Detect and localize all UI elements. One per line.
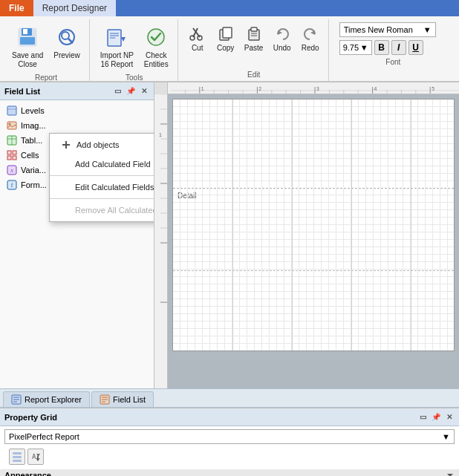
cut-label: Cut <box>192 44 204 52</box>
property-grid-header: Property Grid ▭ 📌 ✕ <box>0 408 459 426</box>
design-surface[interactable]: Detail <box>168 94 459 388</box>
list-item[interactable]: Imag... <box>3 118 151 133</box>
remove-all-icon <box>60 204 71 216</box>
report-explorer-tab-label: Report Explorer <box>25 395 82 404</box>
ribbon-group-report: Save and Close Preview Report <box>3 19 90 81</box>
prop-sort-button[interactable]: AZ <box>27 449 44 465</box>
add-calc-field-menu-item[interactable]: Add Calculated Field <box>50 154 154 174</box>
preview-button[interactable]: Preview <box>49 22 85 63</box>
list-item[interactable]: Levels <box>3 103 151 118</box>
image-label: Imag... <box>21 121 46 130</box>
report-explorer-tab[interactable]: Report Explorer <box>3 391 90 407</box>
cut-button[interactable]: Cut <box>184 22 211 54</box>
save-close-icon <box>16 25 39 49</box>
prop-category-button[interactable] <box>9 449 25 465</box>
field-list-tab[interactable]: Field List <box>91 391 154 407</box>
prop-close-button[interactable]: ✕ <box>444 412 455 423</box>
bold-button[interactable]: B <box>374 40 389 55</box>
report-explorer-icon <box>11 394 22 405</box>
appearance-section[interactable]: Appearance <box>0 469 459 476</box>
header-band <box>173 100 454 189</box>
svg-text:1: 1 <box>159 132 162 137</box>
svg-point-28 <box>9 123 11 125</box>
paste-button[interactable]: Paste <box>241 22 267 54</box>
report-designer-tab[interactable]: Report Designer <box>33 0 116 16</box>
cells-icon <box>6 149 18 161</box>
redo-button[interactable]: Redo <box>297 22 324 54</box>
font-size-row: 9.75 ▼ B I U <box>339 40 447 55</box>
paste-icon <box>245 25 263 42</box>
ribbon-group-font: Times New Roman ▼ 9.75 ▼ B I U Font <box>331 19 456 81</box>
undo-button[interactable]: Undo <box>269 22 296 54</box>
detail-band <box>173 189 454 351</box>
add-objects-menu-item[interactable]: Add objects <box>50 135 154 154</box>
remove-all-menu-item: Remove All Calculated Fields <box>50 200 154 220</box>
add-objects-label: Add objects <box>76 140 119 149</box>
svg-rect-33 <box>13 151 16 154</box>
svg-line-6 <box>68 39 73 43</box>
var-icon: x <box>6 164 18 176</box>
svg-marker-24 <box>310 30 315 35</box>
paste-label: Paste <box>244 44 264 52</box>
preview-icon <box>55 25 79 49</box>
add-calc-field-icon <box>60 158 71 170</box>
add-calc-field-label: Add Calculated Field <box>75 160 151 169</box>
file-tab[interactable]: File <box>0 0 33 16</box>
svg-rect-3 <box>20 37 35 45</box>
image-icon <box>6 120 18 131</box>
font-size-dropdown[interactable]: 9.75 ▼ <box>339 40 372 55</box>
svg-rect-20 <box>251 27 257 31</box>
redo-label: Redo <box>302 44 319 52</box>
svg-rect-89 <box>13 452 22 454</box>
property-grid: Property Grid ▭ 📌 ✕ PixelPerfect Report … <box>0 408 459 476</box>
copy-button[interactable]: Copy <box>212 22 239 54</box>
svg-text:2: 2 <box>258 85 261 91</box>
ctx-separator-1 <box>50 175 154 176</box>
report-page: Detail <box>172 99 455 351</box>
import-np16-button[interactable]: Import NP 16 Report <box>96 22 138 72</box>
prop-pin-button[interactable]: 📌 <box>431 412 441 423</box>
font-name-value: Times New Roman <box>344 25 413 34</box>
svg-text:f: f <box>11 182 13 189</box>
underline-button[interactable]: U <box>408 40 423 55</box>
svg-rect-41 <box>65 141 67 149</box>
save-close-button[interactable]: Save and Close <box>7 22 48 72</box>
font-name-dropdown[interactable]: Times New Roman ▼ <box>339 22 436 37</box>
field-list-tab-icon <box>100 394 110 405</box>
appearance-label: Appearance <box>4 471 51 476</box>
appearance-chevron-icon <box>446 471 455 476</box>
edit-calc-fields-menu-item[interactable]: Edit Calculated Fields... <box>50 177 154 197</box>
bottom-tabs: Report Explorer Field List <box>0 388 459 408</box>
edit-calc-fields-icon <box>60 181 71 193</box>
italic-button[interactable]: I <box>391 40 406 55</box>
svg-text:1: 1 <box>201 85 204 91</box>
svg-point-5 <box>62 32 69 39</box>
property-content: PixelPerfect Report ▼ AZ <box>0 426 459 469</box>
svg-text:AZ: AZ <box>32 453 40 460</box>
svg-rect-91 <box>13 460 22 462</box>
ribbon-toolbar: Save and Close Preview Report <box>0 16 459 82</box>
canvas-body: 1 <box>154 94 459 388</box>
check-entities-button[interactable]: Check Entities <box>140 22 173 72</box>
property-value-box[interactable]: PixelPerfect Report ▼ <box>4 429 455 444</box>
property-grid-title: Property Grid <box>4 413 57 422</box>
svg-text:4: 4 <box>374 85 377 91</box>
property-value-row: PixelPerfect Report ▼ <box>4 429 455 444</box>
prop-minimize-button[interactable]: ▭ <box>417 412 428 423</box>
save-close-label: Save and Close <box>12 51 43 69</box>
cells-label: Cells <box>21 151 39 160</box>
vertical-ruler: 1 <box>154 94 168 388</box>
edit-group-label: Edit <box>247 71 260 81</box>
pin-button[interactable]: 📌 <box>126 86 136 97</box>
import-icon <box>105 25 128 49</box>
levels-icon <box>6 105 18 117</box>
minimize-button[interactable]: ▭ <box>112 86 123 97</box>
font-name-row: Times New Roman ▼ <box>339 22 447 37</box>
var-label: Varia... <box>21 166 46 175</box>
property-toolbar: AZ <box>4 447 455 466</box>
edit-buttons: Cut Copy <box>184 19 324 71</box>
property-value-chevron: ▼ <box>442 432 450 441</box>
svg-text:3: 3 <box>316 85 319 91</box>
close-panel-button[interactable]: ✕ <box>139 86 149 97</box>
field-list-tab-label: Field List <box>113 395 146 404</box>
